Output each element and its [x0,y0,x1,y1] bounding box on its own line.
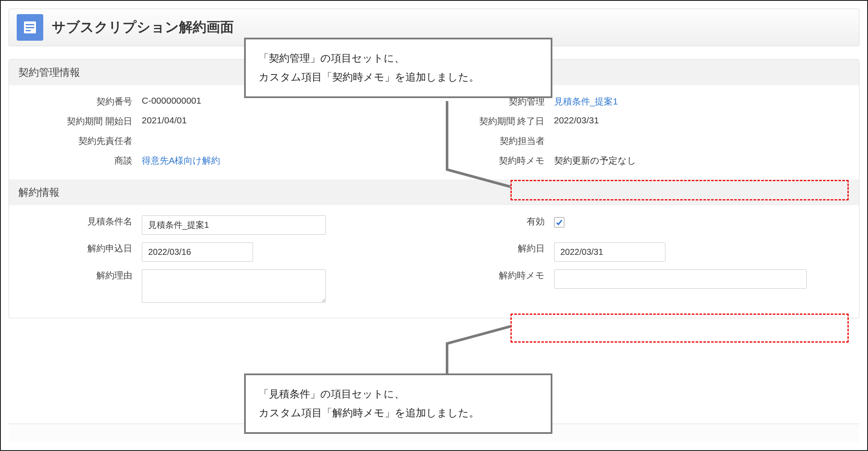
label-cancel-date: 解約日 [434,240,554,254]
input-quote-name[interactable] [142,215,326,235]
document-icon [21,19,39,36]
app-frame: サブスクリプション解約画面 契約管理情報 契約番号 C-0000000001 契… [0,0,868,451]
page-title: サブスクリプション解約画面 [52,18,234,37]
value-contract-mgr [554,132,847,135]
value-contract-memo: 契約更新の予定なし [554,152,847,167]
input-cancel-memo[interactable] [554,269,807,289]
callout-bottom: 「見積条件」の項目セットに、 カスタム項目「解約時メモ」を追加しました。 [244,373,552,434]
label-client-mgr: 契約先責任者 [22,132,142,147]
callout-bottom-line1: 「見積条件」の項目セットに、 [259,385,538,403]
input-cancel-date[interactable] [554,242,665,262]
link-opportunity[interactable]: 得意先A様向け解約 [142,152,434,167]
value-client-mgr [142,132,434,135]
label-cancel-memo: 解約時メモ [434,267,554,281]
input-cancel-apply-date[interactable] [142,242,253,262]
label-quote-name: 見積条件名 [22,213,142,227]
link-contract-mgmt[interactable]: 見積条件_提案1 [554,93,847,108]
value-period-end: 2022/03/31 [554,113,847,125]
callout-bottom-pointer [446,326,549,382]
label-opportunity: 商談 [22,152,142,167]
page-icon [17,14,43,41]
callout-top-pointer [446,101,549,195]
svg-rect-2 [26,27,34,28]
section-body-contract-mgmt: 契約番号 C-0000000001 契約管理 見積条件_提案1 契約期間 開始日… [9,85,859,179]
section-header-cancel-info: 解約情報 [9,179,859,205]
callout-top-line1: 「契約管理」の項目セットに、 [259,49,538,68]
label-active: 有効 [434,213,554,227]
textarea-cancel-reason[interactable] [142,269,326,303]
callout-top: 「契約管理」の項目セットに、 カスタム項目「契約時メモ」を追加しました。 [244,38,552,98]
label-cancel-apply-date: 解約申込日 [22,240,142,254]
label-cancel-reason: 解約理由 [22,267,142,281]
label-period-start: 契約期間 開始日 [22,113,142,127]
checkbox-active[interactable] [554,217,564,227]
check-icon [555,218,563,226]
svg-rect-1 [26,24,34,25]
label-contract-no: 契約番号 [22,93,142,108]
value-period-start: 2021/04/01 [142,113,434,125]
callout-top-line2: カスタム項目「契約時メモ」を追加しました。 [259,68,538,87]
section-body-cancel-info: 見積条件名 有効 解約申込日 解 [9,205,859,318]
svg-rect-3 [26,30,31,31]
callout-bottom-line2: カスタム項目「解約時メモ」を追加しました。 [259,403,538,422]
